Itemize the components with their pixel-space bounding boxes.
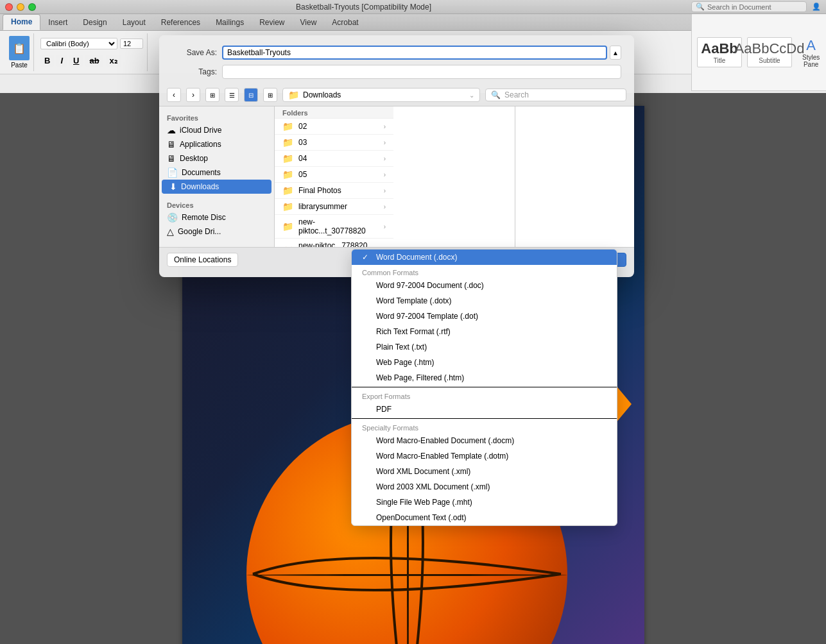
sidebar-item-icloud[interactable]: ☁ iCloud Drive: [159, 123, 274, 137]
specialty-divider: [352, 418, 617, 419]
expand-arrow-button[interactable]: ▲: [610, 46, 621, 60]
sidebar-item-documents[interactable]: 📄 Documents: [159, 165, 274, 180]
search-icon: 🔍: [696, 3, 705, 11]
font-section: Calibri (Body) B I U ab x₂: [37, 33, 148, 71]
format-item-dotx[interactable]: Word Template (.dotx): [352, 293, 617, 309]
sidebar-item-google-drive[interactable]: △ Google Dri...: [159, 225, 274, 239]
folder-icon-04: 📁: [282, 153, 293, 164]
format-item-odt[interactable]: OpenDocument Text (.odt): [352, 510, 617, 525]
icloud-icon: ☁: [167, 125, 176, 135]
tab-design[interactable]: Design: [75, 15, 114, 30]
format-label-dot: Word 97-2004 Template (.dot): [376, 312, 478, 321]
column-3: [515, 106, 634, 247]
format-item-xml[interactable]: Word XML Document (.xml): [352, 464, 617, 479]
format-item-docm[interactable]: Word Macro-Enabled Document (.docm): [352, 433, 617, 448]
search-icon: 🔍: [491, 90, 501, 99]
search-bar[interactable]: 🔍 Search: [485, 89, 626, 101]
minimize-button[interactable]: [17, 3, 24, 11]
save-as-label: Save As:: [172, 48, 217, 57]
format-item-rtf[interactable]: Rich Text Format (.rtf): [352, 324, 617, 339]
search-in-document[interactable]: 🔍 Search in Document: [691, 1, 807, 12]
save-as-input[interactable]: [222, 46, 607, 60]
format-item-htm-filtered[interactable]: Web Page, Filtered (.htm): [352, 370, 617, 386]
format-item-xml-2003[interactable]: Word 2003 XML Document (.xml): [352, 479, 617, 495]
folder-item-03[interactable]: 📁 03 ›: [275, 135, 393, 151]
folder-item-04[interactable]: 📁 04 ›: [275, 151, 393, 167]
back-button[interactable]: ‹: [167, 88, 181, 102]
tab-acrobat[interactable]: Acrobat: [324, 15, 366, 30]
folder-item-final-photos[interactable]: 📁 Final Photos ›: [275, 183, 393, 199]
format-item-dot[interactable]: Word 97-2004 Template (.dot): [352, 309, 617, 324]
format-item-htm[interactable]: Web Page (.htm): [352, 355, 617, 370]
format-item-selected[interactable]: ✓ Word Document (.docx): [352, 250, 617, 265]
chevron-icon-05: ›: [384, 171, 386, 178]
chevron-icon-piktoc2: ›: [384, 247, 386, 248]
folder-item-piktoc2[interactable]: 📁 new-piktoc...778820 (2) ›: [275, 239, 393, 247]
format-item-dotm[interactable]: Word Macro-Enabled Template (.dotm): [352, 448, 617, 464]
tags-label: Tags:: [172, 67, 217, 76]
format-label-mht: Single File Web Page (.mht): [376, 498, 472, 507]
bold-button[interactable]: B: [40, 55, 54, 67]
format-label-xml: Word XML Document (.xml): [376, 467, 470, 476]
format-item-mht[interactable]: Single File Web Page (.mht): [352, 495, 617, 510]
folder-item-librarysummer[interactable]: 📁 librarysummer ›: [275, 199, 393, 215]
format-selected-label: Word Document (.docx): [376, 253, 458, 262]
list-view-button[interactable]: ☰: [225, 88, 239, 102]
tab-layout[interactable]: Layout: [115, 15, 153, 30]
folder-item-piktoc1[interactable]: 📁 new-piktoc...t_30778820 ›: [275, 215, 393, 239]
coverflow-view-button[interactable]: ⊞: [263, 88, 277, 102]
folder-icon-piktoc2: 📁: [282, 245, 293, 247]
online-locations-button[interactable]: Online Locations: [167, 253, 238, 267]
close-button[interactable]: [5, 3, 13, 11]
export-formats-label: Export Formats: [352, 389, 617, 402]
title-bar-right: 🔍 Search in Document 👤: [691, 1, 821, 12]
downloads-icon: ⬇: [169, 182, 177, 192]
tab-insert[interactable]: Insert: [40, 15, 75, 30]
tab-view[interactable]: View: [293, 15, 325, 30]
folder-name-05: 05: [298, 170, 307, 179]
font-family-select[interactable]: Calibri (Body): [40, 38, 117, 49]
folder-name-piktoc2: new-piktoc...778820 (2): [298, 241, 379, 247]
paste-button[interactable]: 📋: [9, 36, 30, 60]
subscript-button[interactable]: x₂: [106, 55, 121, 67]
format-label-odt: OpenDocument Text (.odt): [376, 513, 467, 522]
tab-references[interactable]: References: [153, 15, 208, 30]
font-size-input[interactable]: [120, 38, 143, 49]
documents-icon: 📄: [167, 167, 178, 178]
styles-panel: AaBb Title AaBbCcDd Subtitle A StylesPan…: [691, 14, 826, 91]
tab-mailings[interactable]: Mailings: [208, 15, 252, 30]
format-item-doc[interactable]: Word 97-2004 Document (.doc): [352, 278, 617, 293]
sidebar-item-desktop[interactable]: 🖥 Desktop: [159, 151, 274, 165]
format-item-pdf[interactable]: PDF: [352, 402, 617, 417]
sidebar-item-downloads[interactable]: ⬇ Downloads: [162, 180, 271, 194]
checkmark-icon: ✓: [362, 253, 371, 262]
italic-button[interactable]: I: [56, 55, 67, 67]
tags-input[interactable]: [222, 65, 621, 79]
format-label-pdf: PDF: [376, 405, 391, 414]
chevron-icon-02: ›: [384, 123, 386, 130]
applications-icon: 🖥: [167, 139, 176, 149]
format-item-txt[interactable]: Plain Text (.txt): [352, 339, 617, 355]
sidebar-label-remote-disc: Remote Disc: [182, 213, 226, 222]
folder-list: Folders 📁 02 › 📁 03 › 📁 04 › 📁 05 ›: [275, 106, 393, 247]
sidebar: Favorites ☁ iCloud Drive 🖥 Applications …: [159, 106, 275, 247]
export-divider: [352, 387, 617, 387]
sidebar-item-applications[interactable]: 🖥 Applications: [159, 137, 274, 151]
format-label-dotx: Word Template (.dotx): [376, 296, 452, 305]
forward-button[interactable]: ›: [186, 88, 200, 102]
tab-review[interactable]: Review: [252, 15, 292, 30]
underline-button[interactable]: U: [69, 55, 83, 67]
devices-title: Devices: [159, 199, 274, 210]
folder-item-05[interactable]: 📁 05 ›: [275, 167, 393, 183]
column-view-button[interactable]: ⊟: [244, 88, 258, 102]
window-controls[interactable]: [5, 3, 36, 11]
folder-item-02[interactable]: 📁 02 ›: [275, 119, 393, 135]
maximize-button[interactable]: [28, 3, 36, 11]
strikethrough-button[interactable]: ab: [85, 55, 103, 67]
tab-home[interactable]: Home: [3, 14, 40, 30]
styles-pane-button[interactable]: A StylesPane: [797, 35, 825, 71]
location-dropdown-icon[interactable]: ⌄: [469, 92, 474, 99]
icon-view-button[interactable]: ⊞: [205, 88, 219, 102]
browser-toolbar: ‹ › ⊞ ☰ ⊟ ⊞ 📁 Downloads ⌄ 🔍 Search: [159, 84, 634, 106]
sidebar-item-remote-disc[interactable]: 💿 Remote Disc: [159, 210, 274, 225]
